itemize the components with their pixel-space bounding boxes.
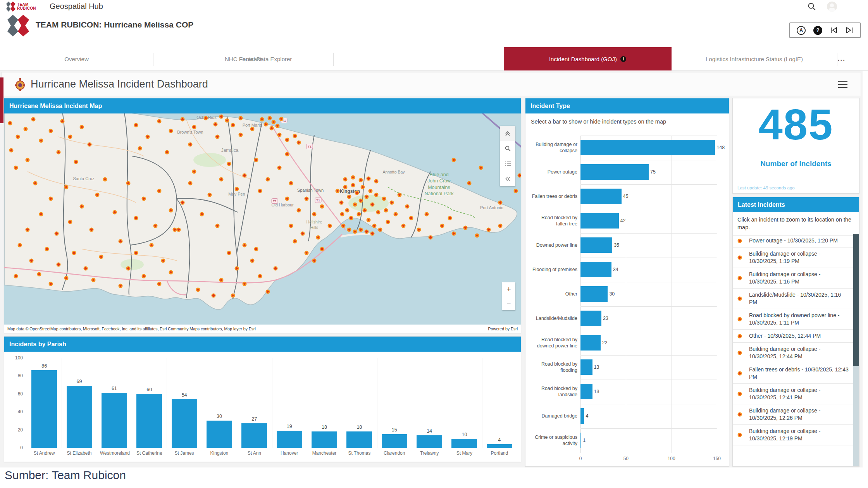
incident-marker[interactable]: [14, 274, 18, 278]
parish-bar-st-james[interactable]: [172, 399, 197, 448]
incident-marker[interactable]: [254, 247, 258, 251]
incident-marker[interactable]: [398, 193, 402, 197]
incident-marker[interactable]: [289, 224, 293, 228]
incident-marker[interactable]: [74, 160, 78, 164]
incident-marker[interactable]: [119, 239, 123, 244]
incident-marker[interactable]: [219, 177, 224, 182]
incident-marker[interactable]: [374, 179, 379, 184]
incident-marker[interactable]: [16, 135, 20, 139]
accessibility-circle-a-icon[interactable]: A: [797, 26, 806, 35]
incident-marker[interactable]: [382, 197, 386, 201]
latest-incident-item[interactable]: Building damage or collapse - 10/30/2025…: [733, 247, 859, 268]
incident-marker[interactable]: [138, 146, 142, 151]
incident-marker[interactable]: [448, 216, 452, 220]
incident-marker[interactable]: [64, 185, 69, 189]
incident-marker[interactable]: [80, 125, 84, 129]
incident-marker[interactable]: [498, 224, 503, 228]
incident-marker[interactable]: [345, 208, 350, 213]
incident-type-bar-13[interactable]: [580, 384, 592, 399]
incident-marker[interactable]: [374, 193, 379, 197]
collapse-left-icon[interactable]: [500, 171, 515, 186]
incident-marker[interactable]: [26, 228, 30, 232]
incident-marker[interactable]: [231, 294, 235, 298]
incident-marker[interactable]: [363, 208, 367, 213]
incident-marker[interactable]: [347, 195, 351, 199]
incident-marker[interactable]: [274, 266, 278, 271]
incident-marker[interactable]: [367, 218, 371, 222]
incident-marker[interactable]: [181, 201, 185, 205]
latest-incident-item[interactable]: Landslide/Mudslide - 10/30/2025, 1:16 PM: [733, 289, 859, 309]
latest-incident-item[interactable]: Power outage - 10/30/2025, 1:20 PM: [733, 234, 859, 247]
incident-type-bar-35[interactable]: [580, 237, 612, 253]
incident-marker[interactable]: [305, 251, 309, 255]
incident-marker[interactable]: [225, 119, 229, 123]
incident-marker[interactable]: [243, 282, 247, 286]
incident-marker[interactable]: [270, 126, 274, 131]
tabs-overflow-button[interactable]: ...: [838, 47, 846, 70]
incident-marker[interactable]: [150, 243, 154, 247]
incident-marker[interactable]: [219, 115, 224, 119]
incident-marker[interactable]: [357, 212, 361, 217]
incident-marker[interactable]: [181, 117, 185, 122]
incident-type-bar-22[interactable]: [580, 335, 601, 351]
incident-type-bar-23[interactable]: [580, 311, 601, 326]
incident-marker[interactable]: [355, 191, 359, 195]
incident-marker[interactable]: [215, 224, 220, 228]
incident-marker[interactable]: [328, 224, 332, 228]
incident-marker[interactable]: [134, 123, 138, 127]
map-search-icon[interactable]: [500, 141, 515, 156]
incident-marker[interactable]: [289, 181, 293, 186]
incident-marker[interactable]: [24, 127, 28, 131]
incident-marker[interactable]: [479, 166, 483, 170]
parish-bar-st-thomas[interactable]: [346, 431, 372, 448]
incident-marker[interactable]: [212, 294, 216, 298]
collapse-up-icon[interactable]: [500, 126, 515, 141]
latest-incident-item[interactable]: Building damage or collapse - 10/30/2025…: [733, 425, 859, 445]
search-icon[interactable]: [808, 2, 816, 11]
incident-marker[interactable]: [365, 195, 369, 199]
incident-marker[interactable]: [475, 234, 479, 238]
incident-type-bar-4[interactable]: [580, 408, 584, 424]
incident-marker[interactable]: [429, 235, 433, 240]
incident-marker[interactable]: [498, 201, 503, 205]
incident-marker[interactable]: [452, 232, 456, 236]
incident-marker[interactable]: [305, 197, 309, 201]
incident-marker[interactable]: [169, 129, 173, 133]
incident-marker[interactable]: [134, 251, 138, 255]
incident-marker[interactable]: [351, 175, 355, 180]
parish-bar-st-andrew[interactable]: [31, 370, 57, 448]
incident-marker[interactable]: [84, 266, 88, 271]
incident-marker[interactable]: [463, 226, 468, 230]
incident-marker[interactable]: [401, 224, 406, 228]
incident-marker[interactable]: [518, 174, 521, 178]
incident-marker[interactable]: [60, 119, 65, 124]
legend-list-icon[interactable]: [500, 156, 515, 171]
incident-marker[interactable]: [370, 232, 375, 236]
incident-marker[interactable]: [99, 255, 103, 259]
skip-to-end-icon[interactable]: [846, 27, 853, 34]
parish-bar-st-catherine[interactable]: [136, 394, 162, 448]
incident-marker[interactable]: [351, 183, 355, 187]
incident-marker[interactable]: [312, 212, 317, 217]
incident-marker[interactable]: [208, 193, 212, 197]
incident-marker[interactable]: [235, 187, 239, 191]
incident-marker[interactable]: [26, 158, 30, 162]
incident-marker[interactable]: [440, 224, 444, 228]
incident-marker[interactable]: [39, 212, 43, 217]
team-rubicon-logo-small[interactable]: TEAM RUBICON: [6, 2, 36, 12]
incident-marker[interactable]: [57, 263, 61, 267]
incident-marker[interactable]: [188, 181, 193, 186]
incident-marker[interactable]: [80, 204, 84, 209]
tab-info-icon[interactable]: i: [620, 56, 626, 62]
incident-marker[interactable]: [359, 178, 363, 182]
incident-marker[interactable]: [349, 216, 353, 220]
latest-incident-item[interactable]: Building damage or collapse - 10/30/2025…: [733, 384, 859, 404]
incident-marker[interactable]: [250, 259, 255, 263]
list-scrollbar[interactable]: [853, 234, 859, 466]
incident-marker[interactable]: [339, 201, 344, 205]
incident-marker[interactable]: [161, 259, 165, 263]
incident-marker[interactable]: [214, 122, 218, 127]
incident-marker[interactable]: [343, 185, 348, 189]
incident-marker[interactable]: [33, 181, 38, 186]
incident-type-bar-148[interactable]: [580, 140, 715, 155]
